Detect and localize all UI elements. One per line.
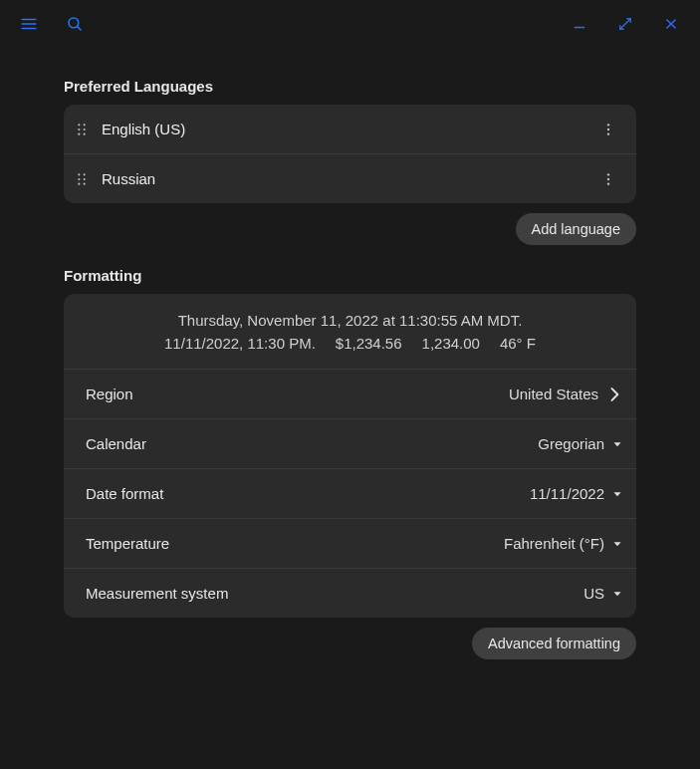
- language-row[interactable]: Russian: [64, 153, 636, 203]
- region-value: United States: [509, 385, 598, 402]
- svg-point-17: [607, 132, 609, 134]
- calendar-label: Calendar: [86, 435, 146, 452]
- svg-point-9: [78, 124, 80, 126]
- minimize-icon[interactable]: [571, 15, 588, 33]
- temperature-row[interactable]: Temperature Fahrenheit (°F): [64, 518, 636, 568]
- measurement-value: US: [583, 585, 604, 602]
- svg-point-14: [84, 132, 86, 134]
- svg-point-10: [84, 124, 86, 126]
- add-language-button[interactable]: Add language: [516, 213, 637, 245]
- svg-point-11: [78, 128, 80, 129]
- measurement-label: Measurement system: [86, 585, 228, 602]
- search-icon[interactable]: [66, 15, 84, 33]
- svg-point-24: [607, 173, 609, 175]
- kebab-menu-icon[interactable]: [596, 167, 620, 191]
- chevron-right-icon: [604, 384, 624, 404]
- date-format-row[interactable]: Date format 11/11/2022: [64, 468, 636, 518]
- formatting-card: Thursday, November 11, 2022 at 11:30:55 …: [64, 294, 636, 618]
- caret-down-icon: [610, 537, 624, 551]
- languages-list: English (US) Russian: [64, 105, 636, 203]
- drag-handle-icon[interactable]: [74, 122, 90, 137]
- titlebar-left: [20, 15, 84, 33]
- format-preview-shortdate: 11/11/2022, 11:30 PM.: [164, 333, 316, 356]
- svg-point-25: [607, 177, 609, 179]
- formatting-section-title: Formatting: [64, 267, 636, 284]
- region-row[interactable]: Region United States: [64, 369, 636, 418]
- svg-point-22: [78, 182, 80, 184]
- svg-line-4: [77, 26, 81, 30]
- date-format-value: 11/11/2022: [530, 485, 604, 502]
- hamburger-menu-icon[interactable]: [20, 15, 38, 33]
- language-row[interactable]: English (US): [64, 105, 636, 153]
- close-icon[interactable]: [662, 15, 680, 33]
- caret-down-icon: [610, 587, 624, 601]
- svg-point-20: [78, 177, 80, 179]
- svg-line-6: [620, 19, 631, 30]
- svg-point-21: [84, 177, 86, 179]
- calendar-value: Gregorian: [538, 435, 604, 452]
- format-preview-currency: $1,234.56: [336, 333, 402, 356]
- svg-point-16: [607, 128, 609, 129]
- drag-handle-icon[interactable]: [74, 171, 90, 187]
- format-preview-number: 1,234.00: [422, 333, 480, 356]
- language-label: English (US): [102, 121, 596, 137]
- svg-point-19: [84, 173, 86, 175]
- format-preview-temperature: 46° F: [500, 333, 536, 356]
- format-preview-long: Thursday, November 11, 2022 at 11:30:55 …: [74, 310, 626, 333]
- caret-down-icon: [610, 437, 624, 451]
- svg-point-18: [78, 173, 80, 175]
- caret-down-icon: [610, 487, 624, 501]
- svg-point-26: [607, 182, 609, 184]
- kebab-menu-icon[interactable]: [596, 118, 620, 141]
- temperature-label: Temperature: [86, 535, 169, 552]
- language-label: Russian: [102, 170, 596, 187]
- format-preview: Thursday, November 11, 2022 at 11:30:55 …: [64, 294, 636, 369]
- svg-point-13: [78, 132, 80, 134]
- languages-actions: Add language: [64, 213, 636, 245]
- region-label: Region: [86, 385, 133, 402]
- temperature-value: Fahrenheit (°F): [504, 535, 604, 552]
- content: Preferred Languages English (US) Russian…: [0, 48, 700, 659]
- svg-point-12: [84, 128, 86, 129]
- svg-point-23: [84, 182, 86, 184]
- formatting-actions: Advanced formatting: [64, 628, 636, 659]
- maximize-icon[interactable]: [616, 15, 634, 33]
- calendar-row[interactable]: Calendar Gregorian: [64, 418, 636, 468]
- measurement-row[interactable]: Measurement system US: [64, 568, 636, 618]
- advanced-formatting-button[interactable]: Advanced formatting: [472, 628, 636, 659]
- languages-section-title: Preferred Languages: [64, 78, 636, 95]
- titlebar: [0, 0, 700, 48]
- titlebar-right: [571, 15, 680, 33]
- svg-point-15: [607, 124, 609, 126]
- date-format-label: Date format: [86, 485, 163, 502]
